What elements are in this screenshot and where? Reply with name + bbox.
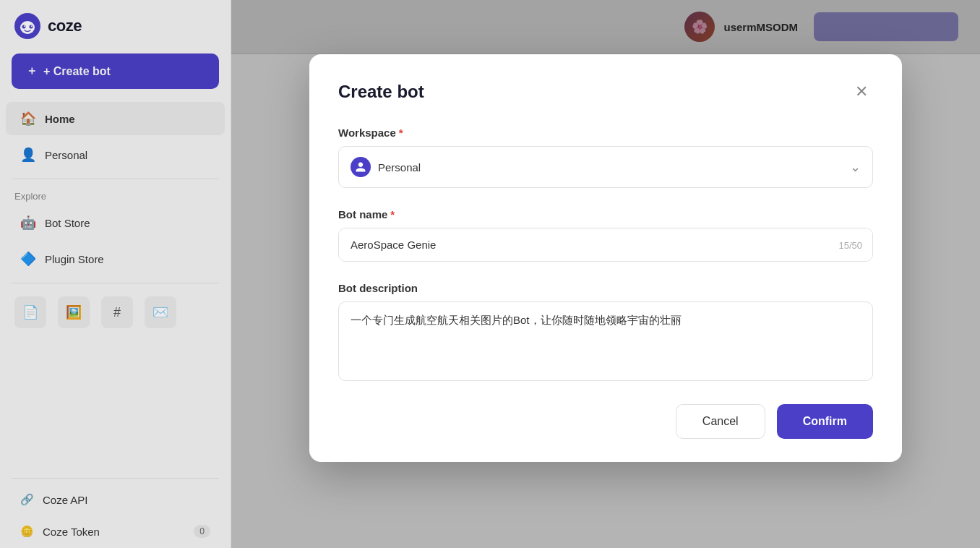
coze-token-label: Coze Token xyxy=(43,526,100,538)
bottom-nav: 🔗 Coze API 🪙 Coze Token 0 xyxy=(0,472,231,548)
coze-token-left: 🪙 Coze Token xyxy=(20,525,100,538)
sidebar: coze ＋ + Create bot 🏠 Home 👤 Personal Ex… xyxy=(0,0,231,548)
mail-icon-box[interactable]: ✉️ xyxy=(145,296,176,328)
svg-point-5 xyxy=(31,25,33,27)
divider-2 xyxy=(12,283,219,283)
coze-api-label: Coze API xyxy=(43,494,88,506)
explore-label: Explore xyxy=(0,185,231,205)
bot-name-field: Bot name * 15/50 xyxy=(338,208,873,262)
close-icon: ✕ xyxy=(855,82,868,101)
person-icon: 👤 xyxy=(20,147,36,163)
sidebar-item-bot-store[interactable]: 🤖 Bot Store xyxy=(6,206,225,239)
divider-1 xyxy=(12,179,219,179)
cancel-button[interactable]: Cancel xyxy=(676,404,765,439)
divider-3 xyxy=(12,478,219,479)
bot-name-required-star: * xyxy=(390,208,395,221)
sidebar-item-plugin-store[interactable]: 🔷 Plugin Store xyxy=(6,242,225,275)
workspace-left: Personal xyxy=(351,157,421,177)
bot-description-label: Bot description xyxy=(338,282,873,294)
svg-point-4 xyxy=(24,25,25,27)
sidebar-item-home[interactable]: 🏠 Home xyxy=(6,102,225,135)
workspace-dropdown[interactable]: Personal ⌄ xyxy=(338,146,873,188)
home-icon: 🏠 xyxy=(20,111,36,127)
create-bot-label: + Create bot xyxy=(43,65,111,78)
workspace-required-star: * xyxy=(399,127,403,139)
confirm-button[interactable]: Confirm xyxy=(777,404,873,439)
close-button[interactable]: ✕ xyxy=(850,80,873,103)
coze-token-badge: 0 xyxy=(194,525,210,538)
sidebar-item-coze-api[interactable]: 🔗 Coze API xyxy=(6,484,225,515)
bot-name-label: Bot name * xyxy=(338,208,873,221)
modal-backdrop: Create bot ✕ Workspace * Personal ⌄ xyxy=(231,0,980,548)
sidebar-item-bot-store-label: Bot Store xyxy=(45,217,90,229)
image-icon-box[interactable]: 🖼️ xyxy=(58,296,90,328)
create-bot-modal: Create bot ✕ Workspace * Personal ⌄ xyxy=(309,54,902,462)
workspace-label: Workspace * xyxy=(338,127,873,139)
sidebar-item-personal-label: Personal xyxy=(45,149,87,161)
create-bot-button[interactable]: ＋ + Create bot xyxy=(12,53,219,89)
sidebar-item-plugin-store-label: Plugin Store xyxy=(45,253,104,265)
workspace-value: Personal xyxy=(378,161,421,174)
bot-store-icon: 🤖 xyxy=(20,215,36,231)
hash-icon-box[interactable]: # xyxy=(101,296,133,328)
svg-point-2 xyxy=(22,25,26,29)
sidebar-item-home-label: Home xyxy=(45,113,75,125)
svg-point-3 xyxy=(30,25,33,29)
app-name: coze xyxy=(48,17,82,35)
coze-api-icon: 🔗 xyxy=(20,493,34,506)
bot-name-wrapper: 15/50 xyxy=(338,228,873,262)
sidebar-item-coze-token[interactable]: 🪙 Coze Token 0 xyxy=(6,516,225,547)
bot-description-textarea[interactable] xyxy=(338,301,873,381)
bot-description-field: Bot description xyxy=(338,282,873,384)
logo-area: coze xyxy=(0,0,231,51)
coze-token-icon: 🪙 xyxy=(20,525,34,538)
chevron-down-icon: ⌄ xyxy=(850,159,861,175)
modal-footer: Cancel Confirm xyxy=(338,404,873,439)
workspace-avatar xyxy=(351,157,371,177)
coze-logo-icon xyxy=(14,13,40,39)
plugin-store-icon: 🔷 xyxy=(20,251,36,267)
plus-icon: ＋ xyxy=(26,64,38,79)
char-count: 15/50 xyxy=(838,239,862,250)
icon-row: 📄 🖼️ # ✉️ xyxy=(0,289,231,335)
workspace-field: Workspace * Personal ⌄ xyxy=(338,127,873,188)
modal-header: Create bot ✕ xyxy=(338,80,873,103)
bot-name-input[interactable] xyxy=(339,228,872,261)
modal-title: Create bot xyxy=(338,82,424,102)
doc-icon-box[interactable]: 📄 xyxy=(14,296,46,328)
sidebar-item-personal[interactable]: 👤 Personal xyxy=(6,138,225,171)
